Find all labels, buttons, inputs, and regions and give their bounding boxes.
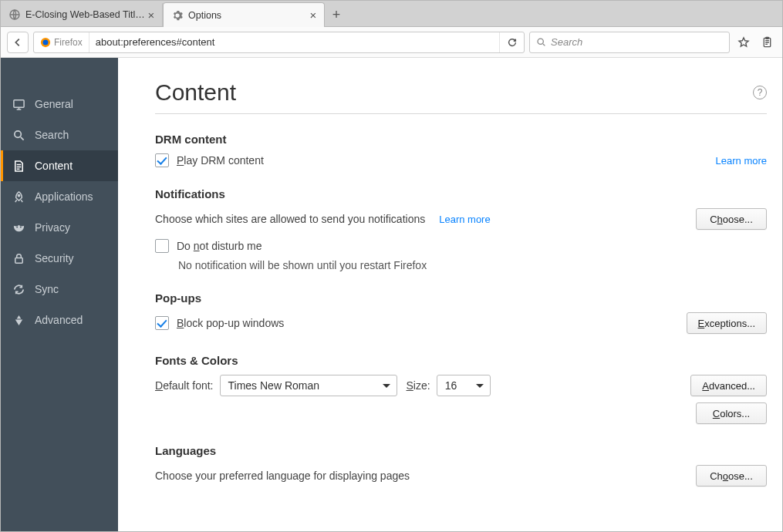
sidebar-item-label: Content: [35, 160, 73, 172]
main: General Search Content Applications Priv…: [1, 58, 782, 531]
close-icon[interactable]: ×: [145, 8, 157, 21]
section-languages: Languages Choose your preferred language…: [155, 444, 767, 487]
reload-button[interactable]: [499, 32, 524, 52]
svg-point-9: [16, 226, 18, 227]
search-icon: [536, 37, 546, 47]
svg-rect-11: [15, 258, 22, 263]
page-title-text: Content: [155, 79, 236, 106]
choose-button[interactable]: Choose...: [696, 208, 767, 230]
section-notifications: Notifications Choose which sites are all…: [155, 187, 767, 271]
checkbox-label: Do not disturb me: [177, 240, 262, 252]
colors-button[interactable]: Colors...: [696, 402, 767, 424]
section-heading: Pop-ups: [155, 291, 767, 305]
svg-point-7: [14, 130, 20, 137]
back-button[interactable]: [7, 32, 29, 53]
identity-label: Firefox: [54, 37, 83, 48]
section-heading: Notifications: [155, 187, 767, 200]
new-tab-button[interactable]: +: [325, 3, 348, 26]
sidebar-item-label: Privacy: [35, 221, 70, 234]
chevron-down-icon: [476, 384, 484, 388]
globe-icon: [8, 8, 21, 21]
tab-background[interactable]: E-Closing Web-Based Title an... ×: [1, 3, 163, 26]
svg-point-3: [538, 39, 543, 44]
help-icon[interactable]: ?: [753, 86, 767, 99]
svg-point-2: [43, 39, 49, 45]
sidebar-item-advanced[interactable]: Advanced: [1, 305, 118, 335]
close-icon[interactable]: ×: [307, 9, 319, 22]
sidebar-item-privacy[interactable]: Privacy: [1, 212, 118, 243]
svg-point-8: [18, 194, 19, 196]
content-pane: Content ? DRM content Play DRM content L…: [118, 58, 782, 531]
checkbox-label: Block pop-up windows: [177, 317, 284, 329]
gear-icon: [171, 9, 184, 22]
tab-label: E-Closing Web-Based Title an...: [25, 9, 145, 20]
monitor-icon: [12, 98, 25, 111]
section-drm: DRM content Play DRM content Learn more: [155, 133, 767, 167]
page-title: Content ?: [155, 79, 767, 106]
notifications-desc: Choose which sites are allowed to send y…: [155, 213, 425, 225]
sidebar-item-label: Applications: [35, 190, 93, 203]
font-size-select[interactable]: 16: [437, 375, 491, 396]
section-popups: Pop-ups Block pop-up windows Exceptions.…: [155, 291, 767, 334]
clipboard-icon[interactable]: [758, 33, 776, 52]
chevron-down-icon: [383, 384, 390, 388]
url-bar[interactable]: Firefox about:preferences#content: [33, 32, 525, 53]
bookmark-star-icon[interactable]: [734, 33, 753, 52]
sidebar-item-content[interactable]: Content: [1, 150, 118, 181]
tab-strip: E-Closing Web-Based Title an... × Option…: [1, 1, 782, 27]
size-label: Size:: [407, 379, 430, 392]
select-value: Times New Roman: [228, 379, 320, 392]
svg-rect-5: [765, 37, 768, 39]
firefox-icon: [40, 37, 51, 48]
section-heading: DRM content: [155, 133, 767, 146]
wizard-icon: [12, 314, 25, 327]
document-icon: [12, 160, 25, 173]
advanced-button[interactable]: Advanced...: [690, 375, 767, 396]
choose-language-button[interactable]: Choose...: [696, 465, 767, 487]
select-value: 16: [445, 379, 457, 392]
sidebar-item-security[interactable]: Security: [1, 243, 118, 274]
lock-icon: [12, 252, 25, 265]
checkbox-dnd[interactable]: [155, 239, 169, 253]
drm-learn-more-link[interactable]: Learn more: [716, 155, 767, 167]
checkbox-block-popups[interactable]: [155, 316, 169, 330]
section-fonts: Fonts & Colors Default font: Times New R…: [155, 354, 767, 424]
default-font-select[interactable]: Times New Roman: [220, 375, 397, 396]
dnd-subtext: No notification will be shown until you …: [178, 259, 427, 271]
sidebar-item-sync[interactable]: Sync: [1, 274, 118, 305]
url-text[interactable]: about:preferences#content: [89, 36, 499, 48]
divider: [155, 113, 767, 114]
section-heading: Fonts & Colors: [155, 354, 767, 367]
svg-point-10: [19, 226, 21, 227]
sidebar-item-label: General: [35, 98, 73, 110]
search-icon: [12, 129, 25, 142]
tab-active[interactable]: Options ×: [163, 2, 325, 27]
identity-box[interactable]: Firefox: [34, 32, 89, 52]
sidebar-item-search[interactable]: Search: [1, 120, 118, 150]
section-heading: Languages: [155, 444, 767, 457]
sidebar: General Search Content Applications Priv…: [1, 58, 118, 531]
sidebar-item-applications[interactable]: Applications: [1, 181, 118, 212]
sync-icon: [12, 283, 25, 296]
mask-icon: [12, 221, 25, 234]
notifications-learn-more-link[interactable]: Learn more: [439, 214, 490, 225]
checkbox-play-drm[interactable]: [155, 153, 169, 167]
languages-desc: Choose your preferred language for displ…: [155, 470, 410, 482]
tab-label: Options: [188, 10, 307, 21]
search-bar[interactable]: Search: [529, 32, 730, 53]
rocket-icon: [12, 190, 25, 204]
sidebar-item-general[interactable]: General: [1, 89, 118, 120]
sidebar-item-label: Security: [35, 252, 74, 264]
svg-rect-6: [13, 99, 23, 106]
sidebar-item-label: Advanced: [35, 314, 83, 326]
navbar: Firefox about:preferences#content Search: [1, 27, 782, 58]
search-placeholder: Search: [551, 36, 582, 48]
exceptions-button[interactable]: Exceptions...: [687, 312, 767, 334]
sidebar-item-label: Search: [35, 129, 69, 141]
checkbox-label: Play DRM content: [177, 154, 264, 167]
sidebar-item-label: Sync: [35, 283, 59, 295]
default-font-label: Default font:: [155, 379, 214, 392]
